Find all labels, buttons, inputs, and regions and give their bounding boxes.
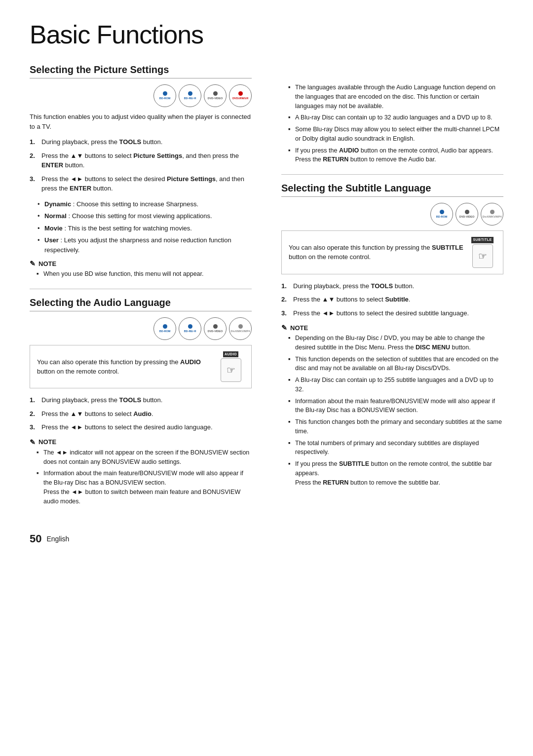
disc-icon-dvd-video: DVD-VIDEO	[204, 84, 227, 107]
audio-right-note-list: The languages available through the Audi…	[281, 83, 503, 164]
disc-icon-audio-mkv: DivX/MKV/MP4	[229, 317, 252, 340]
picture-intro: This function enables you to adjust vide…	[30, 112, 252, 131]
audio-note-1: The ◄► indicator will not appear on the …	[37, 448, 252, 467]
picture-note-item-1: When you use BD wise function, this menu…	[37, 269, 252, 279]
picture-step-3: 3. Press the ◄► buttons to select the de…	[30, 174, 252, 193]
note-label-audio: NOTE	[38, 438, 56, 446]
subtitle-note: ✎ NOTE Depending on the Blu-ray Disc / D…	[281, 324, 503, 487]
divider-audio	[30, 289, 252, 289]
subtitle-steps: 1. During playback, press the TOOLS butt…	[281, 281, 503, 318]
subtitle-step-1: 1. During playback, press the TOOLS butt…	[281, 281, 503, 291]
disc-icon-dvd-rw: DVD±RW/±R	[229, 84, 252, 107]
picture-step-2: 2. Press the ▲▼ buttons to select Pictur…	[30, 151, 252, 170]
section-subtitle-title: Selecting the Subtitle Language	[281, 183, 503, 197]
page-title: Basic Functions	[30, 20, 503, 49]
subtitle-function-box: You can also operate this function by pr…	[281, 230, 503, 274]
audio-note: ✎ NOTE The ◄► indicator will not appear …	[30, 438, 252, 506]
audio-right-note-3: Some Blu-ray Discs may allow you to sele…	[288, 125, 503, 144]
subtitle-note-2: This function depends on the selection o…	[288, 355, 503, 374]
section-picture-title: Selecting the Picture Settings	[30, 64, 252, 78]
disc-icon-bd-re: BD-RE/-R	[179, 84, 201, 107]
audio-remote-img: ☞	[221, 358, 241, 382]
audio-note-2: Information about the main feature/BONUS…	[37, 469, 252, 506]
note-icon-picture: ✎	[30, 260, 36, 267]
picture-step-1: 1. During playback, press the TOOLS butt…	[30, 137, 252, 147]
note-icon-audio: ✎	[30, 438, 36, 446]
subtitle-box-text: You can also operate this function by pr…	[289, 243, 464, 262]
section-picture: Selecting the Picture Settings BD-ROM BD…	[30, 64, 252, 279]
subtitle-note-1: Depending on the Blu-ray Disc / DVD, you…	[288, 334, 503, 352]
note-label-subtitle: NOTE	[290, 324, 308, 332]
subtitle-remote-button: SUBTITLE ☞	[469, 237, 496, 268]
subtitle-note-5: This function changes both the primary a…	[288, 417, 503, 436]
audio-box-text: You can also operate this function by pr…	[37, 357, 212, 377]
disc-icon-audio-bd-re: BD-RE/-R	[179, 317, 201, 340]
disc-icon-subtitle-bd-rom: BD-ROM	[430, 203, 453, 226]
audio-step-1: 1. During playback, press the TOOLS butt…	[30, 395, 252, 405]
left-column: Selecting the Picture Settings BD-ROM BD…	[30, 64, 257, 513]
bullet-movie: Movie : This is the best setting for wat…	[38, 224, 252, 233]
subtitle-step-2: 2. Press the ▲▼ buttons to select Subtit…	[281, 295, 503, 304]
disc-icon-audio-bd-rom: BD-ROM	[153, 317, 176, 340]
subtitle-note-6: The total numbers of primary and seconda…	[288, 439, 503, 457]
note-icon-subtitle: ✎	[281, 324, 287, 332]
audio-function-box: You can also operate this function by pr…	[30, 345, 252, 389]
picture-steps: 1. During playback, press the TOOLS butt…	[30, 137, 252, 193]
subtitle-note-3: A Blu-ray Disc can contain up to 255 sub…	[288, 376, 503, 394]
page-language: English	[46, 535, 69, 543]
audio-right-note-1: The languages available through the Audi…	[288, 83, 503, 111]
disc-icon-bd-rom: BD-ROM	[153, 84, 176, 107]
audio-step-3: 3. Press the ◄► buttons to select the de…	[30, 422, 252, 432]
picture-note: ✎ NOTE When you use BD wise function, th…	[30, 260, 252, 279]
audio-right-note-4: If you press the AUDIO button on the rem…	[288, 146, 503, 165]
page-number: 50	[30, 532, 41, 545]
bullet-dynamic: Dynamic : Choose this setting to increas…	[38, 199, 252, 209]
bullet-user: User : Lets you adjust the sharpness and…	[38, 235, 252, 255]
note-label-picture: NOTE	[38, 260, 56, 267]
subtitle-note-4: Information about the main feature/BONUS…	[288, 397, 503, 416]
picture-note-list: When you use BD wise function, this menu…	[30, 269, 252, 279]
disc-icon-subtitle-dvd: DVD-VIDEO	[456, 203, 478, 226]
audio-disc-icons: BD-ROM BD-RE/-R DVD-VIDEO DivX/MKV/MP4	[30, 317, 252, 340]
audio-right-note-2: A Blu-ray Disc can contain up to 32 audi…	[288, 113, 503, 122]
disc-icon-audio-dvd: DVD-VIDEO	[204, 317, 227, 340]
disc-icon-subtitle-mkv: DivX/MKV/MP4	[481, 203, 503, 226]
subtitle-disc-icons: BD-ROM DVD-VIDEO DivX/MKV/MP4	[281, 203, 503, 226]
picture-disc-icons: BD-ROM BD-RE/-R DVD-VIDEO DVD±RW/±R	[30, 84, 252, 107]
section-audio: Selecting the Audio Language BD-ROM BD-R…	[30, 297, 252, 506]
subtitle-note-list: Depending on the Blu-ray Disc / DVD, you…	[281, 334, 503, 487]
audio-remote-label: AUDIO	[223, 351, 238, 358]
subtitle-remote-img: ☞	[472, 244, 493, 268]
audio-note-list: The ◄► indicator will not appear on the …	[30, 448, 252, 506]
audio-remote-button: AUDIO ☞	[217, 351, 244, 382]
right-column: The languages available through the Audi…	[276, 64, 503, 513]
section-audio-title: Selecting the Audio Language	[30, 297, 252, 311]
page-footer: 50 English	[30, 532, 503, 545]
subtitle-step-3: 3. Press the ◄► buttons to select the de…	[281, 308, 503, 318]
picture-bullets: Dynamic : Choose this setting to increas…	[30, 199, 252, 255]
audio-step-2: 2. Press the ▲▼ buttons to select Audio.	[30, 409, 252, 419]
divider-subtitle	[281, 174, 503, 175]
subtitle-note-7: If you press the SUBTITLE button on the …	[288, 459, 503, 487]
audio-right-notes: The languages available through the Audi…	[281, 83, 503, 164]
subtitle-remote-label: SUBTITLE	[471, 237, 493, 243]
bullet-normal: Normal : Choose this setting for most vi…	[38, 211, 252, 221]
section-subtitle: Selecting the Subtitle Language BD-ROM D…	[281, 183, 503, 487]
audio-steps: 1. During playback, press the TOOLS butt…	[30, 395, 252, 432]
